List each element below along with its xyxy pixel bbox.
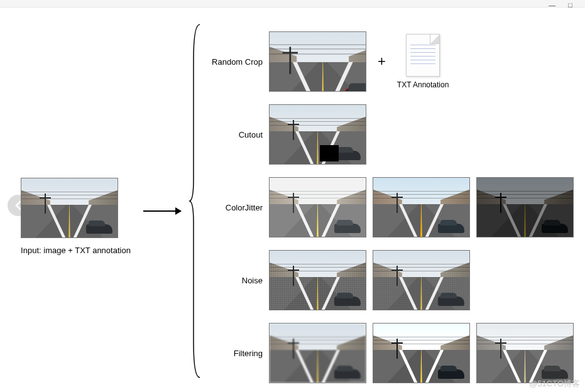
augmentation-row: Filtering	[206, 323, 574, 383]
output-image	[373, 250, 470, 310]
output-image	[373, 323, 470, 383]
thumb-group: + TXT Annotation	[269, 31, 449, 92]
augmentation-label: Random Crop	[206, 57, 269, 67]
augmentation-row: ColorJitter	[206, 177, 574, 237]
augmentation-label: ColorJitter	[206, 203, 269, 212]
output-image	[269, 250, 366, 310]
augmentation-label: Cutout	[206, 130, 269, 139]
augmentation-row: Random Crop + TXT Annotation	[206, 31, 574, 92]
arrow-icon	[143, 210, 181, 212]
output-image	[269, 31, 366, 92]
input-image	[21, 178, 118, 238]
txt-annotation-block: TXT Annotation	[397, 34, 449, 89]
augmentation-rows: Random Crop + TXT AnnotationCutout Color…	[206, 31, 574, 383]
thumb-group	[269, 104, 366, 165]
window-maximize-button[interactable]: □	[568, 1, 572, 9]
output-image	[476, 323, 574, 383]
window-minimize-button[interactable]: —	[549, 1, 555, 9]
output-image	[476, 177, 574, 237]
input-caption: Input: image + TXT annotation	[21, 246, 131, 255]
output-image	[373, 177, 470, 237]
watermark: @51CTO博客	[529, 378, 580, 389]
txt-annotation-label: TXT Annotation	[397, 80, 449, 89]
window-titlebar: — □	[0, 0, 585, 8]
augmentation-label: Filtering	[206, 349, 269, 358]
thumb-group	[269, 177, 574, 237]
thumb-group	[269, 323, 574, 383]
plus-icon: +	[373, 53, 391, 70]
augmentation-label: Noise	[206, 276, 269, 285]
thumb-group	[269, 250, 470, 310]
augmentation-row: Noise	[206, 250, 574, 310]
output-image	[269, 177, 366, 237]
input-block: Input: image + TXT annotation	[21, 178, 131, 255]
output-image	[269, 104, 366, 165]
txt-file-icon	[406, 34, 440, 77]
output-image	[269, 323, 366, 383]
brace-icon	[189, 22, 201, 380]
augmentation-row: Cutout	[206, 104, 574, 165]
diagram-stage: Input: image + TXT annotation Random Cro…	[0, 13, 585, 392]
